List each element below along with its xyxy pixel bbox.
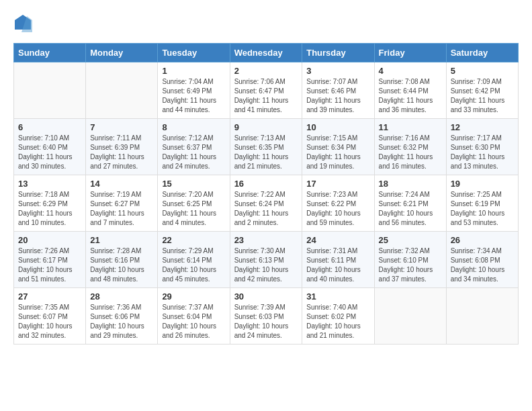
calendar-cell: 27Sunrise: 7:35 AMSunset: 6:07 PMDayligh…	[14, 288, 86, 345]
day-info: Sunrise: 7:04 AMSunset: 6:49 PMDaylight:…	[162, 77, 225, 115]
day-info: Sunrise: 7:07 AMSunset: 6:46 PMDaylight:…	[306, 77, 369, 115]
day-number: 19	[451, 179, 514, 189]
day-info: Sunrise: 7:34 AMSunset: 6:08 PMDaylight:…	[451, 246, 514, 284]
calendar-cell: 23Sunrise: 7:30 AMSunset: 6:13 PMDayligh…	[230, 232, 302, 288]
weekday-header: Tuesday	[158, 44, 230, 62]
day-number: 29	[162, 291, 225, 302]
calendar-cell: 30Sunrise: 7:39 AMSunset: 6:03 PMDayligh…	[230, 288, 302, 345]
day-number: 9	[234, 122, 298, 132]
calendar-cell: 4Sunrise: 7:08 AMSunset: 6:44 PMDaylight…	[374, 62, 446, 119]
header	[13, 13, 519, 32]
calendar-cell: 25Sunrise: 7:32 AMSunset: 6:10 PMDayligh…	[374, 232, 446, 288]
day-info: Sunrise: 7:36 AMSunset: 6:06 PMDaylight:…	[90, 303, 153, 340]
day-info: Sunrise: 7:08 AMSunset: 6:44 PMDaylight:…	[379, 77, 442, 115]
calendar-week-row: 20Sunrise: 7:26 AMSunset: 6:17 PMDayligh…	[14, 232, 519, 288]
calendar-week-row: 13Sunrise: 7:18 AMSunset: 6:29 PMDayligh…	[14, 175, 519, 232]
weekday-header: Thursday	[302, 44, 374, 62]
day-number: 10	[306, 122, 369, 132]
day-number: 13	[18, 179, 81, 189]
day-number: 3	[306, 66, 369, 76]
calendar-cell	[374, 288, 446, 345]
day-info: Sunrise: 7:18 AMSunset: 6:29 PMDaylight:…	[18, 190, 81, 228]
calendar-cell: 20Sunrise: 7:26 AMSunset: 6:17 PMDayligh…	[14, 232, 86, 288]
weekday-header: Saturday	[446, 44, 518, 62]
day-info: Sunrise: 7:17 AMSunset: 6:30 PMDaylight:…	[451, 134, 514, 171]
day-number: 25	[379, 235, 442, 245]
calendar-cell: 3Sunrise: 7:07 AMSunset: 6:46 PMDaylight…	[302, 62, 374, 119]
calendar-cell: 8Sunrise: 7:12 AMSunset: 6:37 PMDaylight…	[158, 119, 230, 175]
day-number: 2	[234, 66, 298, 76]
calendar-cell: 11Sunrise: 7:16 AMSunset: 6:32 PMDayligh…	[374, 119, 446, 175]
day-info: Sunrise: 7:06 AMSunset: 6:47 PMDaylight:…	[234, 77, 298, 115]
day-info: Sunrise: 7:24 AMSunset: 6:21 PMDaylight:…	[379, 190, 442, 228]
calendar-cell: 16Sunrise: 7:22 AMSunset: 6:24 PMDayligh…	[230, 175, 302, 232]
day-number: 30	[234, 291, 298, 302]
main-container: SundayMondayTuesdayWednesdayThursdayFrid…	[0, 0, 532, 351]
calendar-week-row: 1Sunrise: 7:04 AMSunset: 6:49 PMDaylight…	[14, 62, 519, 119]
day-info: Sunrise: 7:26 AMSunset: 6:17 PMDaylight:…	[18, 246, 81, 284]
calendar-cell: 9Sunrise: 7:13 AMSunset: 6:35 PMDaylight…	[230, 119, 302, 175]
weekday-header-row: SundayMondayTuesdayWednesdayThursdayFrid…	[14, 44, 519, 62]
day-info: Sunrise: 7:28 AMSunset: 6:16 PMDaylight:…	[90, 246, 153, 284]
calendar-cell: 22Sunrise: 7:29 AMSunset: 6:14 PMDayligh…	[158, 232, 230, 288]
day-number: 17	[306, 179, 369, 189]
day-number: 7	[90, 122, 153, 132]
calendar-cell: 6Sunrise: 7:10 AMSunset: 6:40 PMDaylight…	[14, 119, 86, 175]
day-number: 1	[162, 66, 225, 76]
weekday-header: Monday	[86, 44, 158, 62]
calendar-cell	[86, 62, 158, 119]
calendar-cell: 12Sunrise: 7:17 AMSunset: 6:30 PMDayligh…	[446, 119, 518, 175]
day-info: Sunrise: 7:15 AMSunset: 6:34 PMDaylight:…	[306, 134, 369, 171]
calendar-cell: 1Sunrise: 7:04 AMSunset: 6:49 PMDaylight…	[158, 62, 230, 119]
day-info: Sunrise: 7:39 AMSunset: 6:03 PMDaylight:…	[234, 303, 298, 340]
calendar-week-row: 6Sunrise: 7:10 AMSunset: 6:40 PMDaylight…	[14, 119, 519, 175]
day-number: 6	[18, 122, 81, 132]
day-info: Sunrise: 7:25 AMSunset: 6:19 PMDaylight:…	[451, 190, 514, 228]
day-number: 21	[90, 235, 153, 245]
calendar-cell: 19Sunrise: 7:25 AMSunset: 6:19 PMDayligh…	[446, 175, 518, 232]
calendar-cell: 17Sunrise: 7:23 AMSunset: 6:22 PMDayligh…	[302, 175, 374, 232]
calendar-cell: 31Sunrise: 7:40 AMSunset: 6:02 PMDayligh…	[302, 288, 374, 345]
calendar-week-row: 27Sunrise: 7:35 AMSunset: 6:07 PMDayligh…	[14, 288, 519, 345]
day-info: Sunrise: 7:13 AMSunset: 6:35 PMDaylight:…	[234, 134, 298, 171]
day-info: Sunrise: 7:31 AMSunset: 6:11 PMDaylight:…	[306, 246, 369, 284]
day-info: Sunrise: 7:40 AMSunset: 6:02 PMDaylight:…	[306, 303, 369, 340]
day-number: 16	[234, 179, 298, 189]
day-info: Sunrise: 7:16 AMSunset: 6:32 PMDaylight:…	[379, 134, 442, 171]
calendar-cell: 15Sunrise: 7:20 AMSunset: 6:25 PMDayligh…	[158, 175, 230, 232]
day-info: Sunrise: 7:30 AMSunset: 6:13 PMDaylight:…	[234, 246, 298, 284]
day-info: Sunrise: 7:12 AMSunset: 6:37 PMDaylight:…	[162, 134, 225, 171]
day-number: 26	[451, 235, 514, 245]
day-number: 23	[234, 235, 298, 245]
day-number: 8	[162, 122, 225, 132]
calendar-table: SundayMondayTuesdayWednesdayThursdayFrid…	[13, 43, 519, 345]
day-number: 12	[451, 122, 514, 132]
calendar-cell: 13Sunrise: 7:18 AMSunset: 6:29 PMDayligh…	[14, 175, 86, 232]
calendar-cell: 21Sunrise: 7:28 AMSunset: 6:16 PMDayligh…	[86, 232, 158, 288]
calendar-cell: 14Sunrise: 7:19 AMSunset: 6:27 PMDayligh…	[86, 175, 158, 232]
calendar-cell: 24Sunrise: 7:31 AMSunset: 6:11 PMDayligh…	[302, 232, 374, 288]
day-info: Sunrise: 7:20 AMSunset: 6:25 PMDaylight:…	[162, 190, 225, 228]
day-info: Sunrise: 7:19 AMSunset: 6:27 PMDaylight:…	[90, 190, 153, 228]
day-number: 15	[162, 179, 225, 189]
day-number: 18	[379, 179, 442, 189]
day-info: Sunrise: 7:10 AMSunset: 6:40 PMDaylight:…	[18, 134, 81, 171]
day-number: 31	[306, 291, 369, 302]
day-number: 27	[18, 291, 81, 302]
logo-icon	[13, 13, 32, 32]
day-info: Sunrise: 7:22 AMSunset: 6:24 PMDaylight:…	[234, 190, 298, 228]
day-number: 22	[162, 235, 225, 245]
day-number: 5	[451, 66, 514, 76]
day-number: 14	[90, 179, 153, 189]
calendar-cell: 5Sunrise: 7:09 AMSunset: 6:42 PMDaylight…	[446, 62, 518, 119]
calendar-cell	[14, 62, 86, 119]
weekday-header: Wednesday	[230, 44, 302, 62]
calendar-cell: 10Sunrise: 7:15 AMSunset: 6:34 PMDayligh…	[302, 119, 374, 175]
day-info: Sunrise: 7:35 AMSunset: 6:07 PMDaylight:…	[18, 303, 81, 340]
calendar-cell: 28Sunrise: 7:36 AMSunset: 6:06 PMDayligh…	[86, 288, 158, 345]
day-number: 20	[18, 235, 81, 245]
day-number: 11	[379, 122, 442, 132]
day-number: 24	[306, 235, 369, 245]
day-number: 4	[379, 66, 442, 76]
calendar-cell	[446, 288, 518, 345]
